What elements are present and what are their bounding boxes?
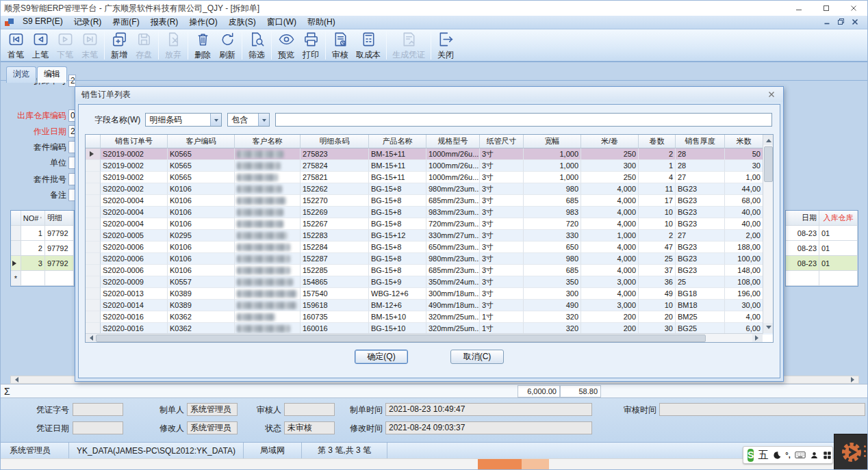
tab-浏览[interactable]: 浏览 bbox=[6, 66, 36, 83]
window-maximize-icon[interactable] bbox=[813, 1, 840, 16]
sales-order-row[interactable]: S2020-0006K0106152284BG-15+8650mm/23um..… bbox=[86, 241, 773, 253]
toolbar-button-nav-last[interactable]: 末笔 bbox=[77, 30, 102, 61]
sales-order-row[interactable]: S2020-0002K0106152262BG-15+8980mm/23um..… bbox=[86, 183, 773, 195]
column-header-date[interactable]: 日期 bbox=[786, 211, 819, 225]
column-header-11[interactable]: 销售厚度 bbox=[676, 135, 725, 148]
scroll-up-icon[interactable] bbox=[763, 135, 774, 145]
detail-row-4[interactable] bbox=[786, 271, 858, 286]
mdi-restore-icon[interactable] bbox=[837, 18, 845, 27]
toolbar-button-nav-first[interactable]: 首笔 bbox=[3, 30, 28, 61]
cancel-button[interactable]: 取消(C) bbox=[450, 350, 504, 364]
hscroll-thumb[interactable] bbox=[96, 335, 706, 342]
sales-order-row[interactable]: S2019-0002K0565275824BM-15+111000mm/26u.… bbox=[86, 160, 773, 172]
column-header-10[interactable]: 卷数 bbox=[639, 135, 676, 148]
wubi-mode-label[interactable]: 五 bbox=[758, 449, 768, 462]
column-header-6[interactable]: 规格型号 bbox=[426, 135, 480, 148]
column-header-2[interactable]: 客户编码 bbox=[168, 135, 235, 148]
detail-row-2[interactable]: 297792 bbox=[11, 241, 74, 256]
toolbar-button-filter[interactable]: 筛选 bbox=[244, 30, 269, 61]
sales-order-row[interactable]: S2019-0002K0565275823BM-15+111000mm/26u.… bbox=[86, 148, 773, 160]
menu-item-7[interactable]: 窗口(W) bbox=[261, 15, 302, 29]
column-header-detail[interactable]: 明细 bbox=[45, 211, 74, 225]
filter-search-input[interactable] bbox=[275, 113, 772, 127]
column-header-9[interactable]: 米/卷 bbox=[581, 135, 639, 148]
column-header-no[interactable]: NO# bbox=[21, 211, 45, 225]
grid-vscrollbar[interactable] bbox=[763, 135, 773, 333]
field-input-1[interactable]: 2 bbox=[68, 75, 76, 87]
sales-order-row[interactable]: S2020-0004K0106152270BG-15+8685mm/23um..… bbox=[86, 195, 773, 207]
column-header-1[interactable]: 销售订单号 bbox=[101, 135, 168, 148]
filter-operator-select[interactable]: 包含 bbox=[227, 113, 270, 127]
tray-app-box[interactable] bbox=[834, 434, 868, 470]
footer-field-审核时间[interactable] bbox=[659, 403, 865, 416]
toolbar-button-print[interactable]: 打印 bbox=[298, 30, 323, 61]
toolbar-button-exit[interactable]: 关闭 bbox=[433, 30, 458, 61]
detail-row-2[interactable]: 08-2301 bbox=[786, 241, 858, 256]
toolbar-button-refresh[interactable]: 刷新 bbox=[215, 30, 240, 61]
detail-row-1[interactable]: 08-2301 bbox=[786, 226, 858, 241]
toolbar-button-save[interactable]: 存盘 bbox=[131, 30, 156, 61]
sales-order-row[interactable]: S2020-0005K0295152283BG-15+12330mm/27um.… bbox=[86, 230, 773, 241]
toolbar-button-preview[interactable]: 预览 bbox=[274, 30, 298, 61]
chevron-down-icon[interactable] bbox=[258, 114, 269, 126]
sales-order-row[interactable]: S2020-0009K0557154865BG-15+9350mm/24um..… bbox=[86, 276, 773, 288]
column-header-7[interactable]: 纸管尺寸 bbox=[480, 135, 524, 148]
sogou-logo-icon[interactable]: S bbox=[748, 449, 754, 462]
sales-order-row[interactable]: S2020-0004K0106152269BG-15+8983mm/23um..… bbox=[86, 207, 773, 218]
detail-row-4[interactable]: * bbox=[11, 271, 74, 286]
punctuation-icon[interactable]: °, bbox=[785, 451, 790, 459]
menu-item-4[interactable]: 报表(R) bbox=[145, 15, 184, 29]
column-header-8[interactable]: 宽幅 bbox=[524, 135, 581, 148]
sales-order-row[interactable]: S2019-0002K0565275821BG-15+111000mm/26u.… bbox=[86, 172, 773, 183]
ok-button[interactable]: 确定(Q) bbox=[355, 350, 408, 364]
menu-item-3[interactable]: 界面(F) bbox=[107, 15, 144, 29]
vscroll-thumb[interactable] bbox=[764, 146, 773, 182]
menu-item-6[interactable]: 皮肤(S) bbox=[223, 15, 261, 29]
scroll-left-icon[interactable] bbox=[12, 377, 18, 382]
toolbar-button-nav-next[interactable]: 下笔 bbox=[53, 30, 77, 61]
filter-field-select[interactable]: 明细条码 bbox=[145, 113, 222, 127]
column-header-4[interactable]: 明细条码 bbox=[301, 135, 369, 148]
scroll-left-icon[interactable] bbox=[86, 334, 96, 343]
menu-item-8[interactable]: 帮助(H) bbox=[302, 15, 341, 29]
grid-hscrollbar[interactable] bbox=[86, 333, 763, 342]
menu-item-2[interactable]: 记录(R) bbox=[68, 15, 107, 29]
sales-order-row[interactable]: S2020-0006K0106152287BG-15+8980mm/23um..… bbox=[86, 253, 773, 265]
detail-row-1[interactable]: 197792 bbox=[11, 226, 74, 241]
sales-order-row[interactable]: S2020-0006K0106152285BG-15+8685mm/23um..… bbox=[86, 265, 773, 276]
scroll-right-icon[interactable] bbox=[752, 334, 763, 343]
toolbar-button-voucher[interactable]: 生成凭证 bbox=[389, 30, 429, 61]
keyboard-icon[interactable] bbox=[795, 451, 806, 459]
toolbar-button-discard[interactable]: 放弃 bbox=[161, 30, 186, 61]
scroll-right-icon[interactable] bbox=[851, 377, 857, 382]
chevron-down-icon[interactable] bbox=[210, 114, 221, 126]
column-header-5[interactable]: 产品名称 bbox=[369, 135, 426, 148]
detail-row-3[interactable]: 08-2301 bbox=[786, 256, 858, 271]
dialog-close-icon[interactable] bbox=[766, 89, 777, 100]
sales-order-row[interactable]: S2020-0014K0389159618BM-12+6490mm/18um..… bbox=[86, 300, 773, 311]
window-close-icon[interactable] bbox=[840, 1, 867, 16]
tab-编辑[interactable]: 编辑 bbox=[37, 66, 67, 83]
menu-item-1[interactable]: S9 ERP(E) bbox=[17, 15, 68, 29]
mdi-minimize-icon[interactable] bbox=[824, 18, 830, 27]
column-header-3[interactable]: 客户名称 bbox=[235, 135, 301, 148]
sales-order-row[interactable]: S2020-0016K0362160735BM-15+10320mm/25um.… bbox=[86, 311, 773, 323]
moon-icon[interactable] bbox=[772, 451, 781, 460]
user-icon[interactable] bbox=[810, 451, 819, 460]
detail-row-3[interactable]: 397792 bbox=[11, 256, 74, 271]
window-minimize-icon[interactable] bbox=[785, 1, 813, 16]
column-header-12[interactable]: 米数 bbox=[725, 135, 763, 148]
toolbar-button-cost[interactable]: 取成本 bbox=[353, 30, 384, 61]
toolbar-button-add[interactable]: 新增 bbox=[107, 30, 131, 61]
toolbar-button-nav-prev[interactable]: 上笔 bbox=[28, 30, 53, 61]
mdi-close-icon[interactable] bbox=[852, 18, 858, 27]
sales-order-row[interactable]: S2020-0013K0389157540WBG-12+6300mm/18um.… bbox=[86, 288, 773, 300]
footer-field-制单时间[interactable]: 2021-08-23 10:49:47 bbox=[385, 403, 592, 416]
menu-item-5[interactable]: 操作(O) bbox=[183, 15, 222, 29]
sales-order-row[interactable]: S2020-0004K0106152267BG-15+8720mm/23um..… bbox=[86, 218, 773, 230]
column-header-warehouse[interactable]: 入库仓库 bbox=[819, 211, 858, 225]
toolbar-button-delete[interactable]: 删除 bbox=[190, 30, 215, 61]
scroll-down-icon[interactable] bbox=[763, 323, 774, 333]
toolbar-button-audit[interactable]: 审核 bbox=[328, 30, 353, 61]
toolbox-icon[interactable] bbox=[823, 451, 832, 460]
